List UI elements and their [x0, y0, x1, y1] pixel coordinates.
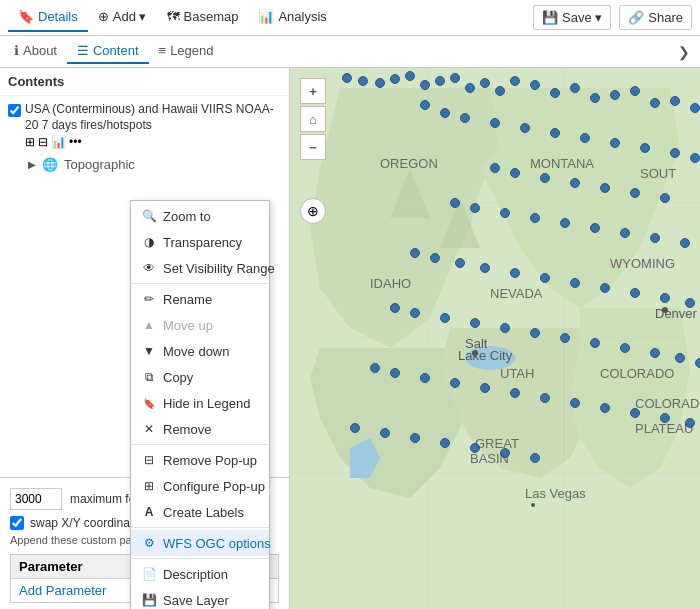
fire-dot: [630, 408, 640, 418]
fire-dot: [470, 203, 480, 213]
zoom-in-button[interactable]: +: [300, 78, 326, 104]
menu-create-labels[interactable]: A Create Labels: [131, 499, 269, 525]
create-labels-icon: A: [141, 504, 157, 520]
fire-dot: [450, 378, 460, 388]
fire-dot: [620, 228, 630, 238]
fire-dot: [500, 323, 510, 333]
menu-move-down[interactable]: ▼ Move down: [131, 338, 269, 364]
fire-dot: [685, 418, 695, 428]
svg-text:IDAHO: IDAHO: [370, 276, 411, 291]
compass-button[interactable]: ⊕: [300, 198, 326, 224]
globe-icon: 🌐: [42, 157, 58, 172]
menu-transparency[interactable]: ◑ Transparency: [131, 229, 269, 255]
fire-dot: [540, 173, 550, 183]
tab-basemap[interactable]: 🗺 Basemap: [157, 3, 249, 32]
menu-save-layer[interactable]: 💾 Save Layer: [131, 587, 269, 609]
save-button[interactable]: 💾 Save ▾: [533, 5, 611, 30]
menu-remove-popup[interactable]: ⊟ Remove Pop-up: [131, 447, 269, 473]
share-icon: 🔗: [628, 10, 644, 25]
fire-dot: [490, 163, 500, 173]
fire-dot: [358, 76, 368, 86]
fire-dot: [690, 103, 700, 113]
layer-icon-chart[interactable]: 📊: [51, 135, 66, 149]
fire-dot: [560, 333, 570, 343]
menu-description[interactable]: 📄 Description: [131, 561, 269, 587]
panel-tab-content[interactable]: ☰ Content: [67, 39, 149, 64]
menu-rename[interactable]: ✏ Rename: [131, 286, 269, 312]
fire-dot: [670, 148, 680, 158]
left-panel: Contents USA (Conterminous) and Hawaii V…: [0, 68, 290, 609]
menu-wfs-ogc[interactable]: ⚙ WFS OGC options: [131, 530, 269, 556]
fire-dot: [420, 373, 430, 383]
zoom-to-icon: 🔍: [141, 208, 157, 224]
home-button[interactable]: ⌂: [300, 106, 326, 132]
layer-icon-table[interactable]: ⊟: [38, 135, 48, 149]
svg-text:NEVADA: NEVADA: [490, 286, 543, 301]
zoom-out-button[interactable]: −: [300, 134, 326, 160]
fire-dot: [695, 358, 700, 368]
svg-text:Las Vegas: Las Vegas: [525, 486, 586, 501]
details-icon: 🔖: [18, 9, 34, 24]
fire-dot: [380, 428, 390, 438]
fire-dot: [550, 128, 560, 138]
save-icon: 💾: [542, 10, 558, 25]
main-layout: Contents USA (Conterminous) and Hawaii V…: [0, 68, 700, 609]
fire-dot: [470, 318, 480, 328]
fire-dot: [590, 223, 600, 233]
menu-move-up[interactable]: ▲ Move up: [131, 312, 269, 338]
layer-icon-more[interactable]: •••: [69, 135, 82, 149]
svg-text:COLORADO: COLORADO: [635, 396, 700, 411]
tab-analysis[interactable]: 📊 Analysis: [248, 3, 336, 32]
copy-icon: ⧉: [141, 369, 157, 385]
menu-zoom-to[interactable]: 🔍 Zoom to: [131, 203, 269, 229]
fire-dot: [530, 328, 540, 338]
panel-tab-about[interactable]: ℹ About: [4, 39, 67, 64]
collapse-panel-button[interactable]: ❯: [672, 42, 696, 62]
swap-xy-checkbox[interactable]: [10, 516, 24, 530]
fire-dot: [460, 113, 470, 123]
remove-popup-icon: ⊟: [141, 452, 157, 468]
max-feature-input[interactable]: [10, 488, 62, 510]
fire-dot: [650, 348, 660, 358]
fire-dot: [600, 283, 610, 293]
layer-checkbox[interactable]: [8, 104, 21, 117]
visibility-icon: 👁: [141, 260, 157, 276]
fire-dot: [610, 138, 620, 148]
fire-dot: [455, 258, 465, 268]
panel-tab-legend[interactable]: ≡ Legend: [149, 39, 224, 64]
layer-icon-grid[interactable]: ⊞: [25, 135, 35, 149]
fire-dot: [510, 388, 520, 398]
sublayer-item[interactable]: ▶ 🌐 Topographic: [0, 155, 289, 174]
tab-details[interactable]: 🔖 Details: [8, 3, 88, 32]
fire-dot: [410, 433, 420, 443]
share-button[interactable]: 🔗 Share: [619, 5, 692, 30]
fire-dot: [600, 403, 610, 413]
fire-dot: [560, 218, 570, 228]
tab-add[interactable]: ⊕ Add ▾: [88, 3, 157, 32]
fire-dot: [510, 76, 520, 86]
fire-dot: [500, 208, 510, 218]
layer-item: USA (Conterminous) and Hawaii VIIRS NOAA…: [0, 96, 289, 155]
svg-text:WYOMING: WYOMING: [610, 256, 675, 271]
fire-dot: [390, 74, 400, 84]
menu-remove[interactable]: ✕ Remove: [131, 416, 269, 442]
basemap-icon: 🗺: [167, 9, 180, 24]
add-icon: ⊕: [98, 9, 109, 24]
fire-dot: [680, 238, 690, 248]
fire-dot: [440, 313, 450, 323]
fire-dot: [690, 153, 700, 163]
fire-dot: [490, 118, 500, 128]
fire-dot: [670, 96, 680, 106]
fire-dot: [430, 253, 440, 263]
move-down-icon: ▼: [141, 343, 157, 359]
fire-dot: [650, 233, 660, 243]
menu-hide-legend[interactable]: 🔖 Hide in Legend: [131, 390, 269, 416]
transparency-icon: ◑: [141, 234, 157, 250]
menu-set-visibility[interactable]: 👁 Set Visibility Range: [131, 255, 269, 281]
fire-dot: [390, 368, 400, 378]
menu-configure-popup[interactable]: ⊞ Configure Pop-up: [131, 473, 269, 499]
description-icon: 📄: [141, 566, 157, 582]
fire-dot: [510, 268, 520, 278]
menu-copy[interactable]: ⧉ Copy: [131, 364, 269, 390]
context-menu: 🔍 Zoom to ◑ Transparency 👁 Set Visibilit…: [130, 200, 270, 609]
